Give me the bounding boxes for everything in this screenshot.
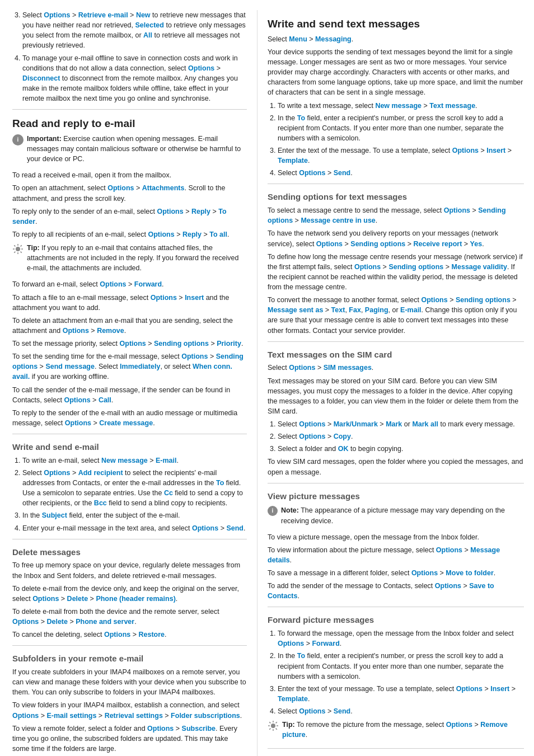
opt-add-recipient: Add recipient	[78, 469, 123, 477]
read-para2: To open an attachment, select Options > …	[12, 183, 247, 203]
opt-insert-fp: Insert	[490, 685, 509, 693]
divider-1	[12, 109, 247, 110]
opt-options-r2: Options	[148, 231, 174, 238]
text-sim-heading: Text messages on the SIM card	[268, 349, 524, 361]
read-para7: To delete an attachment from an e-mail t…	[12, 316, 247, 336]
opt-sim-messages: SIM messages	[324, 364, 372, 372]
opt-msg-centre: Message centre in use	[301, 217, 375, 224]
svg-line-15	[276, 729, 277, 730]
read-para8: To set the message priority, select Opti…	[12, 339, 247, 349]
opt-subject: Subject	[42, 511, 67, 519]
read-para6: To attach a file to an e-mail message, s…	[12, 293, 247, 313]
opt-mark-unmark: Mark/Unmark	[334, 420, 378, 428]
opt-selected: Selected	[135, 21, 164, 29]
text-sim-para2: To view SIM card messages, open the fold…	[268, 457, 524, 477]
svg-point-9	[271, 724, 275, 728]
write-text-list: To write a text message, select New mess…	[278, 101, 524, 179]
opt-ok: OK	[338, 445, 349, 453]
opt-options-snd: Options	[181, 353, 208, 360]
opt-options-add: Options	[44, 469, 70, 477]
svg-line-7	[21, 245, 22, 246]
opt-options-sim2: Options	[299, 433, 325, 440]
opt-options-rp: Options	[446, 721, 472, 729]
opt-email-format: E-mail	[400, 306, 421, 314]
note-text: Note: The appearance of a picture messag…	[281, 505, 524, 525]
opt-send-message: Send message	[45, 363, 95, 370]
delete-para2: To delete e-mail from the device only, a…	[12, 584, 247, 604]
opt-options-sim1: Options	[299, 420, 325, 428]
view-para3: To save a message in a different folder,…	[268, 568, 524, 578]
opt-attachments: Attachments	[142, 184, 185, 192]
opt-send-fp: Send	[334, 707, 351, 715]
opt-options-vp3: Options	[435, 582, 461, 590]
opt-insert: Insert	[185, 294, 204, 302]
sim-item-2: Select Options > Copy.	[278, 431, 524, 442]
top-list: Select Options > Retrieve e-mail > New t…	[22, 10, 247, 104]
important-text: Important: Exercise caution when opening…	[27, 134, 247, 164]
sim-item-3: Select a folder and OK to begin copying.	[278, 444, 524, 454]
right-column: Write and send text messages Select Menu…	[257, 10, 534, 756]
view-para1: To view a picture message, open the mess…	[268, 532, 524, 542]
opt-to-fp: To	[297, 652, 305, 660]
opt-text-format: Text	[331, 306, 345, 314]
read-reply-heading: Read and reply to e-mail	[12, 118, 247, 130]
opt-remove-picture: Remove picture	[282, 721, 508, 739]
opt-options-so1: Options	[444, 206, 470, 214]
opt-template-fp: Template	[278, 695, 308, 703]
opt-sending-options-so4: Sending options	[456, 296, 510, 304]
opt-sending-options-1: Sending options	[154, 340, 209, 348]
text-sim-para1: Text messages may be stored on your SIM …	[268, 376, 524, 417]
opt-options-so3: Options	[354, 263, 381, 271]
svg-line-6	[21, 252, 22, 253]
opt-delete-2: Delete	[46, 618, 68, 626]
so-para3: To define how long the message centre re…	[268, 252, 524, 293]
ws-item-1: To write an e-mail, select New message >…	[22, 456, 247, 466]
write-send-email-list: To write an e-mail, select New message >…	[22, 456, 247, 533]
delete-para3: To delete e-mail from both the device an…	[12, 607, 247, 627]
opt-send-wt: Send	[334, 169, 351, 177]
opt-subscribe: Subscribe	[182, 725, 216, 732]
divider-4	[12, 645, 247, 646]
opt-text-message: Text message	[429, 102, 475, 110]
wt-item-2: In the To field, enter a recipient's num…	[278, 113, 524, 143]
opt-options-fp1: Options	[278, 640, 304, 647]
read-para10: To call the sender of the e-mail message…	[12, 385, 247, 405]
sim-item-1: Select Options > Mark/Unmark > Mark or M…	[278, 419, 524, 429]
opt-call: Call	[99, 396, 111, 404]
opt-options-cm: Options	[65, 419, 91, 427]
opt-options-vp: Options	[436, 546, 462, 554]
fp-item-1: To forward the message, open the message…	[278, 628, 524, 649]
fp-item-3: Enter the text of your message. To use a…	[278, 684, 524, 704]
subfolders-heading: Subfolders in your remote e-mail	[12, 652, 247, 665]
important-icon: i	[12, 134, 24, 145]
opt-options-r1: Options	[157, 208, 183, 215]
write-text-para1: Your device supports the sending of text…	[268, 47, 524, 98]
opt-remove: Remove	[97, 327, 124, 335]
read-para5: To forward an e-mail, select Options > F…	[12, 279, 247, 289]
opt-copy: Copy	[334, 433, 351, 440]
opt-message-validity: Message validity	[452, 263, 507, 271]
opt-cc: Cc	[164, 489, 173, 497]
wt-item-3: Enter the text of the message. To use a …	[278, 145, 524, 166]
opt-delete-1: Delete	[67, 595, 88, 603]
divider-r4	[268, 607, 524, 607]
opt-options-fp3: Options	[299, 707, 325, 715]
opt-create-message: Create message	[99, 419, 153, 427]
subfolders-para1: If you create subfolders in your IMAP4 m…	[12, 667, 247, 697]
opt-email: E-mail	[156, 457, 177, 464]
opt-options-sim: Options	[289, 364, 315, 372]
opt-options-del2: Options	[12, 618, 39, 626]
opt-folder-subs: Folder subscriptions	[171, 712, 240, 720]
delete-para4: To cancel the deleting, select Options >…	[12, 630, 247, 640]
svg-line-17	[269, 729, 270, 730]
tip-text-1: Tip: If you reply to an e-mail that cont…	[27, 243, 247, 273]
wt-item-1: To write a text message, select New mess…	[278, 101, 524, 111]
svg-point-0	[16, 247, 20, 251]
so-para4: To convert the message to another format…	[268, 295, 524, 336]
opt-paging: Paging	[365, 306, 388, 314]
write-text-select: Select Menu > Messaging.	[268, 34, 524, 44]
tip-sun-icon-fp	[268, 720, 279, 731]
opt-receive-report: Receive report	[413, 240, 462, 248]
opt-messaging-wt: Messaging	[315, 35, 352, 43]
so-para1: To select a message centre to send the m…	[268, 205, 524, 226]
